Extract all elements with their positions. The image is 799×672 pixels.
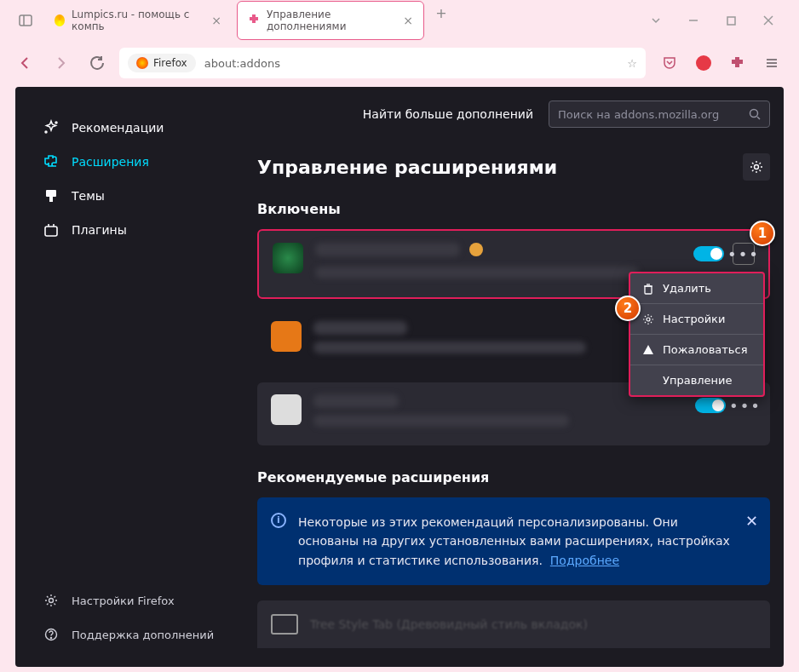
tab-favicon-lumpics — [55, 14, 65, 26]
ctx-item-manage[interactable]: Управление — [630, 365, 763, 395]
section-recommended-title: Рекомендуемые расширения — [257, 469, 770, 485]
sidebar-item-label: Плагины — [72, 223, 127, 237]
extension-toggle[interactable] — [693, 246, 724, 261]
callout-1: 1 — [750, 221, 775, 246]
ctx-item-delete[interactable]: Удалить — [630, 273, 763, 304]
svg-point-9 — [55, 122, 57, 123]
page-settings-button[interactable] — [743, 153, 770, 181]
tab-favicon-addons — [248, 14, 260, 28]
callout-2: 2 — [615, 296, 641, 321]
brush-icon — [43, 187, 60, 204]
recommended-item-label: Tree Style Tab (Древовидный стиль вкладо… — [310, 617, 588, 631]
url-text: about:addons — [204, 57, 280, 70]
svg-point-25 — [647, 318, 650, 321]
url-bar[interactable]: Firefox about:addons ☆ — [119, 48, 646, 78]
close-icon[interactable]: × — [403, 14, 413, 27]
svg-rect-3 — [727, 17, 735, 25]
extension-icon — [271, 321, 302, 352]
extension-icon — [273, 243, 303, 273]
ctx-item-label: Удалить — [663, 282, 711, 295]
sidebar-item-label: Настройки Firefox — [72, 594, 175, 607]
info-text: Некоторые из этих рекомендаций персонали… — [298, 515, 730, 567]
extension-icon — [271, 394, 302, 425]
bookmark-star-icon[interactable]: ☆ — [627, 57, 637, 70]
extension-toggle[interactable] — [695, 398, 726, 413]
sidebar-item-plugins[interactable]: Плагины — [32, 213, 233, 247]
toolbar: Firefox about:addons ☆ — [0, 41, 799, 85]
menu-icon[interactable] — [763, 55, 780, 72]
tab-lumpics[interactable]: Lumpics.ru - помощь с компь × — [44, 1, 232, 40]
notification-badge[interactable] — [695, 55, 712, 72]
svg-rect-12 — [49, 197, 53, 202]
info-icon: i — [271, 513, 286, 528]
svg-point-16 — [49, 599, 54, 603]
pocket-icon[interactable] — [661, 55, 678, 72]
sidebar-item-recommendations[interactable]: Рекомендации — [32, 111, 233, 145]
info-link[interactable]: Подробнее — [550, 554, 619, 567]
firefox-badge-text: Firefox — [153, 57, 187, 69]
context-menu: Удалить Настройки Пожаловаться Управлени… — [629, 272, 765, 397]
page-title: Управление расширениями — [257, 157, 557, 178]
sidebar-item-label: Расширения — [72, 155, 149, 169]
trash-icon — [642, 283, 654, 295]
svg-point-19 — [750, 110, 758, 118]
svg-point-18 — [50, 637, 51, 638]
search-icon — [749, 108, 761, 120]
gear-icon — [642, 313, 654, 325]
close-icon[interactable]: × — [211, 14, 221, 27]
firefox-icon — [136, 57, 148, 69]
ctx-item-report[interactable]: Пожаловаться — [630, 335, 763, 365]
main-panel: Найти больше дополнений Поиск на addons.… — [237, 87, 784, 667]
recommended-card[interactable]: Tree Style Tab (Древовидный стиль вкладо… — [257, 600, 770, 648]
extension-more-button[interactable]: ••• — [734, 394, 756, 416]
svg-point-10 — [45, 131, 47, 133]
minimize-icon[interactable] — [687, 14, 700, 27]
svg-rect-13 — [45, 227, 57, 236]
puzzle-icon — [43, 153, 60, 170]
search-placeholder: Поиск на addons.mozilla.org — [558, 108, 749, 121]
svg-point-21 — [755, 165, 759, 169]
svg-rect-0 — [20, 15, 32, 26]
tab-label: Lumpics.ru - помощь с компь — [72, 9, 204, 32]
chevron-down-icon[interactable] — [649, 14, 663, 27]
extension-icon — [271, 614, 298, 635]
sidebar-item-extensions[interactable]: Расширения — [32, 145, 233, 179]
sidebar-item-label: Темы — [72, 189, 105, 203]
window-controls — [632, 14, 792, 27]
firefox-badge: Firefox — [128, 54, 196, 72]
close-icon[interactable]: ✕ — [745, 509, 758, 534]
section-enabled-title: Включены — [257, 201, 770, 217]
content-area: Рекомендации Расширения Темы Плагины Нас… — [15, 87, 784, 667]
ctx-item-settings[interactable]: Настройки — [630, 304, 763, 335]
close-window-icon[interactable] — [762, 14, 775, 27]
sidebar-item-themes[interactable]: Темы — [32, 179, 233, 213]
reload-button[interactable] — [83, 49, 111, 77]
info-banner: i ✕ Некоторые из этих рекомендаций персо… — [257, 497, 770, 585]
sidebar: Рекомендации Расширения Темы Плагины Нас… — [15, 87, 237, 667]
sparkle-icon — [43, 119, 60, 136]
help-icon — [43, 626, 60, 643]
back-button[interactable] — [12, 49, 39, 77]
sidebar-item-label: Рекомендации — [72, 121, 164, 135]
search-input[interactable]: Поиск на addons.mozilla.org — [549, 101, 770, 128]
svg-line-20 — [757, 117, 760, 119]
forward-button[interactable] — [48, 49, 75, 77]
tab-addons[interactable]: Управление дополнениями × — [237, 1, 424, 40]
recommended-badge-icon — [469, 243, 483, 256]
ctx-item-label: Настройки — [663, 313, 725, 325]
extensions-icon[interactable] — [729, 55, 746, 72]
extension-more-button[interactable]: ••• — [733, 243, 755, 265]
sidebar-item-label: Поддержка дополнений — [72, 629, 214, 641]
sidebar-toggle-icon[interactable] — [7, 13, 44, 28]
title-bar: Lumpics.ru - помощь с компь × Управление… — [0, 0, 799, 41]
maximize-icon[interactable] — [724, 14, 738, 27]
svg-rect-11 — [46, 190, 56, 197]
new-tab-button[interactable]: + — [429, 1, 453, 25]
sidebar-item-addon-support[interactable]: Поддержка дополнений — [32, 617, 233, 652]
plugin-icon — [43, 221, 60, 238]
gear-icon — [43, 592, 60, 609]
sidebar-item-firefox-settings[interactable]: Настройки Firefox — [32, 583, 233, 617]
warning-icon — [642, 344, 654, 356]
ctx-item-label: Управление — [663, 374, 733, 387]
tab-strip: Lumpics.ru - помощь с компь × Управление… — [44, 1, 632, 40]
